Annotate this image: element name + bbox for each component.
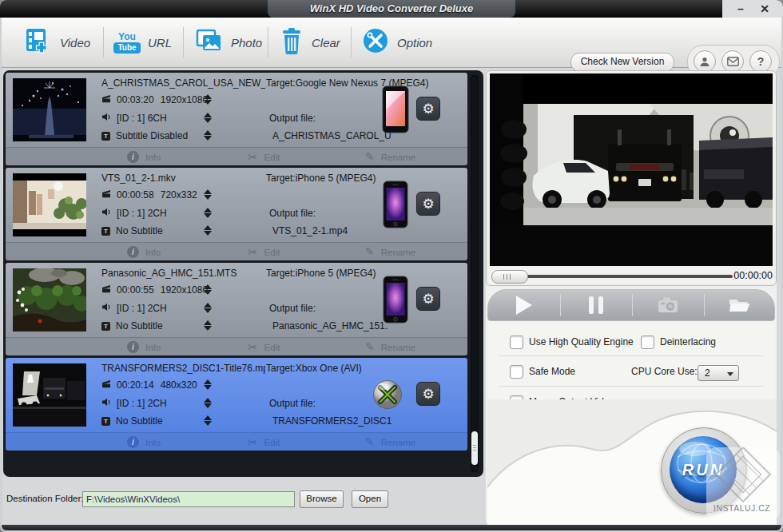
option-button[interactable]: Option: [361, 24, 432, 61]
edit-button[interactable]: ✂Edit: [248, 148, 280, 165]
seek-track[interactable]: [493, 275, 733, 278]
info-button[interactable]: iInfo: [127, 338, 161, 355]
cpu-core-select[interactable]: 2: [698, 365, 739, 381]
audio-track-spinner[interactable]: [204, 398, 212, 408]
subtitle-spinner[interactable]: [204, 130, 212, 141]
destination-folder-label: Destination Folder:: [6, 494, 84, 503]
account-button[interactable]: [694, 50, 716, 73]
window-bottom-edge: [2, 525, 781, 530]
video-track-spinner[interactable]: [204, 94, 212, 105]
rename-button[interactable]: ✎Rename: [365, 338, 415, 355]
target-format: Target:iPhone 5 (MPEG4): [266, 173, 466, 184]
contact-button[interactable]: [721, 50, 744, 73]
settings-gear-button[interactable]: ⚙: [416, 97, 440, 121]
video-filmstrip-icon: [22, 26, 53, 59]
toolbar-divider: [268, 27, 268, 58]
gear-icon: ⚙: [422, 196, 434, 212]
high-quality-checkbox[interactable]: [510, 335, 523, 349]
deinterlacing-checkbox[interactable]: [641, 335, 654, 349]
video-track-spinner[interactable]: [204, 379, 212, 390]
browse-button[interactable]: Browse: [300, 490, 344, 508]
settings-gear-button[interactable]: ⚙: [416, 287, 440, 311]
seek-bar: 00:00:00: [490, 268, 773, 284]
rename-button[interactable]: ✎Rename: [365, 243, 415, 260]
audio-track: [ID : 1] 2CH: [117, 208, 167, 219]
video-list-item[interactable]: A_CHRISTMAS_CAROL_USA_NEW_Ma 00:03:20192…: [6, 73, 467, 165]
help-button[interactable]: ?: [749, 50, 772, 73]
video-track-spinner[interactable]: [204, 284, 212, 295]
subtitle-spinner[interactable]: [204, 415, 212, 426]
check-new-version-button[interactable]: Check New Version: [570, 53, 674, 72]
item-action-bar: iInfo ✂Edit ✎Rename: [6, 242, 467, 260]
duration-resolution: 00:20:14480x320: [117, 379, 197, 391]
edit-button[interactable]: ✂Edit: [248, 243, 280, 260]
options-divider: [499, 386, 764, 387]
preview-video: [490, 73, 773, 266]
video-thumbnail: [13, 173, 86, 236]
clapperboard-icon: [101, 94, 111, 105]
clapperboard-icon: [101, 284, 111, 296]
add-video-button[interactable]: Video: [22, 24, 90, 61]
speaker-icon: [101, 303, 111, 314]
audio-track-spinner[interactable]: [204, 113, 212, 123]
subtitle-track: No Subtitle: [116, 415, 163, 427]
clear-button[interactable]: Clear: [279, 24, 340, 61]
subtitle-spinner[interactable]: [204, 320, 212, 331]
iphone-icon[interactable]: [380, 274, 411, 325]
window-title: WinX HD Video Converter Deluxe: [268, 0, 515, 18]
add-photo-button[interactable]: Photo: [193, 24, 262, 61]
play-button[interactable]: [488, 290, 559, 320]
speaker-icon: [101, 398, 111, 409]
clapperboard-icon: [101, 189, 111, 200]
edit-button[interactable]: ✂Edit: [248, 338, 280, 355]
iphone-icon[interactable]: [380, 179, 411, 230]
open-button[interactable]: Open: [352, 490, 388, 508]
video-list-item[interactable]: VTS_01_2-1.mkv 00:00:58720x332 [ID : 1] …: [6, 168, 467, 260]
settings-gear-button[interactable]: ⚙: [416, 382, 440, 406]
video-list-item-selected[interactable]: TRANSFORMERS2_DISC1-Title76.mp4 00:20:14…: [6, 358, 467, 451]
video-list-item[interactable]: Panasonic_AG_HMC_151.MTS 00:00:551920x10…: [6, 263, 467, 355]
nexus-tablet-icon[interactable]: [380, 84, 411, 135]
xbox-icon[interactable]: [372, 369, 403, 420]
duration-resolution: 00:00:551920x1080: [117, 284, 208, 296]
gear-icon: ⚙: [422, 386, 434, 403]
list-scrollbar-track[interactable]: [471, 75, 479, 472]
title-bar: WinX HD Video Converter Deluxe – ✕: [0, 0, 783, 18]
settings-gear-button[interactable]: ⚙: [416, 192, 440, 216]
audio-track-spinner[interactable]: [204, 303, 212, 313]
speaker-icon: [101, 113, 111, 124]
pause-button[interactable]: [560, 290, 631, 320]
audio-track-spinner[interactable]: [204, 208, 212, 218]
open-folder-button[interactable]: [704, 290, 775, 320]
subtitle-spinner[interactable]: [204, 225, 212, 236]
destination-path-input[interactable]: [82, 491, 295, 507]
cpu-core-value: 2: [705, 367, 710, 379]
rename-button[interactable]: ✎Rename: [365, 148, 415, 165]
video-item-body: TRANSFORMERS2_DISC1-Title76.mp4 00:20:14…: [6, 358, 467, 432]
rename-button[interactable]: ✎Rename: [365, 433, 415, 451]
video-list-panel: A_CHRISTMAS_CAROL_USA_NEW_Ma 00:03:20192…: [3, 70, 483, 477]
info-button[interactable]: iInfo: [127, 433, 161, 451]
minimize-button[interactable]: –: [732, 1, 749, 17]
rename-pencil-icon: ✎: [365, 150, 375, 163]
snapshot-button[interactable]: [632, 290, 703, 320]
info-button[interactable]: iInfo: [127, 243, 161, 260]
photo-label: Photo: [231, 36, 262, 50]
rename-pencil-icon: ✎: [365, 245, 375, 258]
list-scrollbar-thumb[interactable]: [471, 431, 478, 465]
gear-icon: ⚙: [422, 101, 434, 117]
question-mark-icon: ?: [757, 55, 765, 68]
instaluj-logo-icon: [706, 447, 780, 503]
close-button[interactable]: ✕: [756, 1, 773, 17]
add-url-button[interactable]: You Tube URL: [113, 24, 172, 61]
video-thumbnail: [13, 268, 86, 332]
video-track-spinner[interactable]: [204, 189, 212, 200]
toolbar: Video You Tube URL Photo: [2, 18, 781, 68]
scissors-icon: ✂: [248, 435, 258, 450]
edit-button[interactable]: ✂Edit: [248, 433, 280, 451]
video-title: VTS_01_2-1.mkv: [101, 173, 265, 185]
safe-mode-checkbox[interactable]: [510, 365, 523, 379]
seek-thumb[interactable]: [491, 270, 528, 284]
item-action-bar: iInfo ✂Edit ✎Rename: [6, 147, 467, 165]
info-button[interactable]: iInfo: [127, 148, 161, 165]
